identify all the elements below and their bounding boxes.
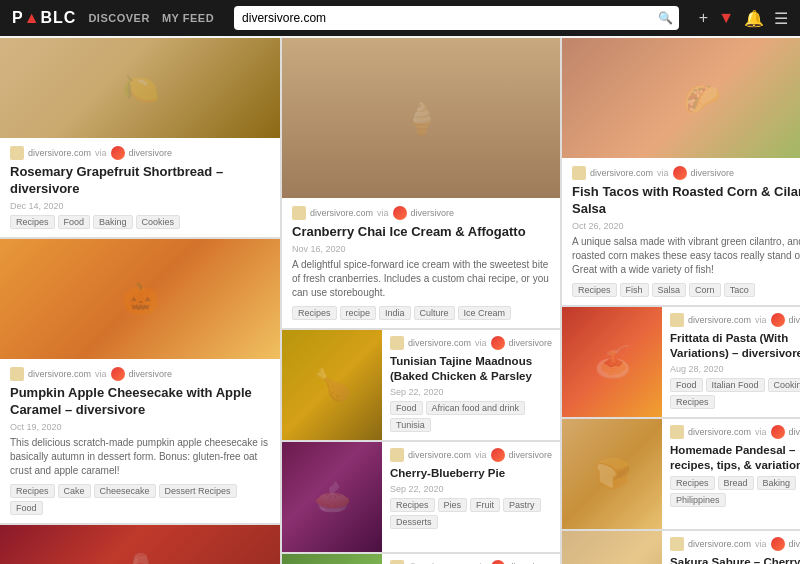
center-column: 🍦 diversivore.com via diversivore Cranbe… [282,38,560,564]
bell-icon[interactable]: 🔔 [744,9,764,28]
tag[interactable]: Dessert Recipes [159,484,237,498]
nav-discover[interactable]: DISCOVER [88,12,149,24]
tag[interactable]: Taco [724,283,755,297]
site-avatar [390,560,404,564]
card-sakura[interactable]: 🌸 diversivore.com via diversivore Sakura… [562,531,800,564]
card-sakura-title: Sakura Sabure – Cherry Blossom Shortbrea… [670,555,800,564]
tag[interactable]: Food [670,378,703,392]
card-frittata-title: Frittata di Pasta (With Variations) – di… [670,331,800,361]
site-avatar [670,537,684,551]
user-avatar [771,313,785,327]
tag[interactable]: Fish [620,283,649,297]
card-pumpkin-date: Oct 19, 2020 [10,422,270,432]
tag[interactable]: Bread [718,476,754,490]
tag[interactable]: Tunisia [390,418,431,432]
card-sakura-egg[interactable]: 🍳 diversivore.com via diversivore Sakura… [282,554,560,564]
tag[interactable]: Pastry [503,498,541,512]
user-avatar [771,537,785,551]
tag[interactable]: Food [10,501,43,515]
via-text: via [377,208,389,218]
card-rosemary-body: diversivore.com via diversivore Rosemary… [0,138,280,237]
card-rosemary-tags: Recipes Food Baking Cookies [10,215,270,229]
card-tunisian[interactable]: 🍗 diversivore.com via diversivore Tunisi… [282,330,560,440]
site-avatar [10,367,24,381]
card-tunisian-title: Tunisian Tajine Maadnous (Baked Chicken … [390,354,552,384]
tag[interactable]: Ice Cream [458,306,512,320]
tag[interactable]: Italian Food [706,378,765,392]
site-name: diversivore.com [688,315,751,325]
site-avatar [670,313,684,327]
tag[interactable]: Baking [93,215,133,229]
card-pumpkin-meta: diversivore.com via diversivore [10,367,270,381]
site-avatar [390,336,404,350]
card-cherry-tags: Recipes Pies Fruit Pastry Desserts [390,498,552,529]
search-input[interactable] [234,6,679,30]
menu-icon[interactable]: ☰ [774,9,788,28]
tag[interactable]: Fruit [470,498,500,512]
user-name: diversivore [129,148,173,158]
card-frittata-meta: diversivore.com via diversivore [670,313,800,327]
tag[interactable]: Recipes [670,476,715,490]
search-icon[interactable]: 🔍 [658,11,673,25]
left-column: 🍋 diversivore.com via diversivore Rosema… [0,38,280,564]
tag[interactable]: Recipes [10,215,55,229]
tag[interactable]: Recipes [10,484,55,498]
card-cherry[interactable]: 🥧 diversivore.com via diversivore Cherry… [282,442,560,552]
header: P▲BLC DISCOVER MY FEED 🔍 + ▼ 🔔 ☰ [0,0,800,36]
site-name: diversivore.com [408,450,471,460]
card-pandesal[interactable]: 🍞 diversivore.com via diversivore Homema… [562,419,800,529]
tag[interactable]: Recipes [390,498,435,512]
card-cherry-meta: diversivore.com via diversivore [390,448,552,462]
tag[interactable]: Desserts [390,515,438,529]
user-avatar [673,166,687,180]
card-pandesal-title: Homemade Pandesal – recipes, tips, & var… [670,443,800,473]
card-pumpkin[interactable]: 🎃 diversivore.com via diversivore Pumpki… [0,239,280,523]
tag[interactable]: Recipes [292,306,337,320]
user-avatar [111,367,125,381]
site-name: diversivore.com [590,168,653,178]
card-cranberry-meta: diversivore.com via diversivore [292,206,550,220]
tag[interactable]: Pies [438,498,468,512]
site-name: diversivore.com [28,369,91,379]
card-cranberry[interactable]: 🍦 diversivore.com via diversivore Cranbe… [282,38,560,328]
tag[interactable]: Corn [689,283,721,297]
card-frittata-date: Aug 28, 2020 [670,364,800,374]
site-name: diversivore.com [28,148,91,158]
card-frittata[interactable]: 🍝 diversivore.com via diversivore Fritta… [562,307,800,417]
card-pumpkin-desc: This delicious scratch-made pumpkin appl… [10,436,270,478]
tag[interactable]: India [379,306,411,320]
tag[interactable]: Food [58,215,91,229]
heart-icon[interactable]: ▼ [718,9,734,27]
logo[interactable]: P▲BLC [12,9,76,27]
site-name: diversivore.com [688,539,751,549]
card-cranberry-date: Nov 16, 2020 [292,244,550,254]
card-fishtacos-meta: diversivore.com via diversivore [572,166,800,180]
card-fishtacos[interactable]: 🌮 diversivore.com via diversivore Fish T… [562,38,800,305]
tag[interactable]: Baking [757,476,797,490]
nav-myfeed[interactable]: MY FEED [162,12,214,24]
tag[interactable]: Cookies [136,215,181,229]
tag[interactable]: Cheesecake [94,484,156,498]
site-avatar [670,425,684,439]
tag[interactable]: Cake [58,484,91,498]
card-pandesal-tags: Recipes Bread Baking Philippines [670,476,800,507]
card-rosemary[interactable]: 🍋 diversivore.com via diversivore Rosema… [0,38,280,237]
site-avatar [292,206,306,220]
via-text: via [95,148,107,158]
card-redcurrant[interactable]: 🍷 diversivore.com via diversivore Homema… [0,525,280,564]
tag[interactable]: Recipes [670,395,715,409]
tag[interactable]: Food [390,401,423,415]
add-icon[interactable]: + [699,9,708,27]
tag[interactable]: Recipes [572,283,617,297]
card-rosemary-date: Dec 14, 2020 [10,201,270,211]
tag[interactable]: Cooking [768,378,800,392]
card-tunisian-date: Sep 22, 2020 [390,387,552,397]
tag[interactable]: Philippines [670,493,726,507]
tag[interactable]: African food and drink [426,401,526,415]
card-tunisian-body: diversivore.com via diversivore Tunisian… [382,330,560,440]
tag[interactable]: recipe [340,306,377,320]
user-avatar [771,425,785,439]
card-cranberry-tags: Recipes recipe India Culture Ice Cream [292,306,550,320]
tag[interactable]: Culture [414,306,455,320]
tag[interactable]: Salsa [652,283,687,297]
